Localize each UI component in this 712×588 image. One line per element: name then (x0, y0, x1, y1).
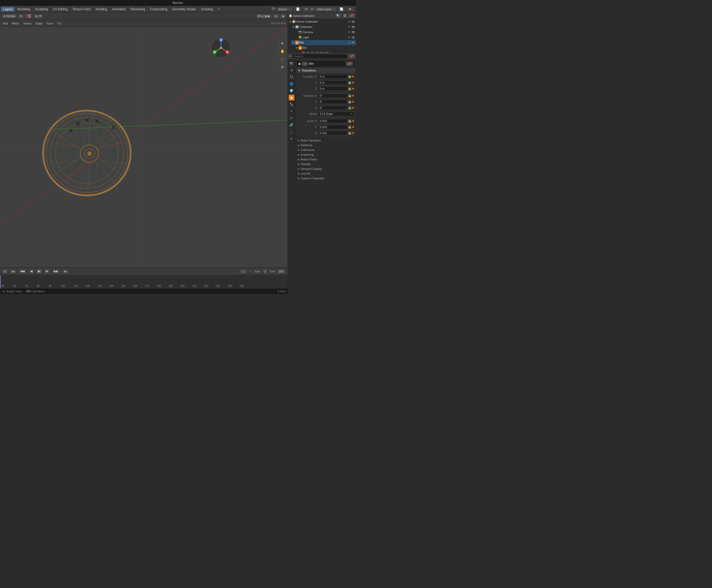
motion-paths-section[interactable]: ▶ Motion Paths (296, 157, 355, 162)
rotation-z-value[interactable]: 0° (318, 106, 348, 110)
props-pin-btn[interactable]: 📌 (349, 54, 355, 58)
visibility-toggle-collection[interactable]: 👁 (348, 25, 351, 29)
prop-object-icon[interactable]: ▣ (289, 94, 294, 101)
prop-modifier-icon[interactable]: 🔧 (289, 102, 294, 107)
collections-section[interactable]: ▶ Collections (296, 148, 355, 152)
scale-y-value[interactable]: 0.010 (318, 125, 348, 129)
pivot-btn[interactable]: ⊙ (18, 14, 24, 18)
scale-y-lock[interactable]: 🔒 (348, 126, 352, 129)
grid-tool-btn[interactable]: ⊞ (279, 64, 285, 70)
tool-uv[interactable]: UV (56, 21, 62, 25)
proportional-btn[interactable]: ◎ ▼ (34, 14, 43, 18)
timeline-scrubber[interactable]: 50 60 70 80 90 100 110 120 130 140 150 1… (0, 275, 288, 289)
location-y-value[interactable]: 0 m (318, 81, 348, 85)
tool-add[interactable]: Add (2, 21, 9, 25)
menu-shading[interactable]: Shading (94, 7, 109, 12)
location-z-lock[interactable]: 🔒 (348, 87, 352, 90)
prop-material-icon[interactable]: ● (289, 136, 294, 142)
outliner-pin-btn[interactable]: 📌 (349, 14, 355, 18)
prop-world-icon[interactable]: 🌍 (289, 88, 294, 93)
outliner-item-camera[interactable]: ▼ 📷 Camera 👁 📷 (294, 29, 356, 35)
location-x-lock[interactable]: 🔒 (348, 75, 352, 78)
tool-mesh[interactable]: Mesh (11, 21, 20, 25)
view-perspective-btn[interactable]: ⊙ Global (2, 14, 17, 18)
menu-add-workspace[interactable]: + (216, 7, 222, 12)
visibility-toggle-rh[interactable]: 👁 (348, 41, 351, 44)
prop-scene-icon[interactable]: 🌐 (289, 81, 294, 87)
overlay-btn[interactable]: ◎ (273, 14, 279, 18)
prop-viewlayer-icon[interactable]: 🎞 (289, 74, 294, 80)
menu-geometry-nodes[interactable]: Geometry Nodes (170, 7, 198, 12)
outliner-item-hp3d[interactable]: ▼ ● HP 3D HR CB PA 1: (297, 50, 356, 53)
transform-header[interactable]: ▼ Transform (296, 68, 355, 73)
scale-x-value[interactable]: 0.010 (318, 119, 348, 123)
instancing-section[interactable]: ▶ Instancing (296, 152, 355, 157)
play-btn[interactable]: ▶ (36, 269, 42, 273)
delete-scene-btn[interactable]: ✕ (303, 7, 309, 11)
next-keyframe-btn[interactable]: ▶ (44, 269, 50, 273)
prop-render-icon[interactable]: 📷 (289, 61, 294, 66)
last-frame-btn[interactable]: ⏭ (62, 269, 69, 273)
menu-animation[interactable]: Animation (110, 7, 128, 12)
camera-tool-btn[interactable]: 🎥 (279, 56, 285, 62)
location-x-value[interactable]: 0 m (318, 75, 348, 79)
current-frame-display[interactable]: 1 (240, 269, 247, 273)
first-frame-btn[interactable]: ⏮ (10, 269, 16, 273)
next-frame-btn[interactable]: ▶▶ (52, 269, 60, 273)
rotation-y-value[interactable]: 0° (318, 100, 348, 104)
menu-modeling[interactable]: Modeling (15, 7, 33, 12)
obj-name-pin[interactable]: 📌 (346, 62, 353, 66)
scene-selector[interactable]: Scene (277, 7, 292, 11)
prop-physics-icon[interactable]: ⚙ (289, 115, 294, 121)
visibility-section[interactable]: ▶ Visibility (296, 162, 355, 166)
viewport-display-section[interactable]: ▶ Viewport Display (296, 166, 355, 171)
location-z-value[interactable]: 0 m (318, 86, 348, 91)
prev-keyframe-btn[interactable]: ◀ (28, 269, 34, 273)
scale-z-lock[interactable]: 🔒 (348, 132, 352, 135)
viewport-shading-btn[interactable]: ⦿◎◑◉ (256, 14, 272, 18)
view-layer-selector[interactable]: View Layer (315, 7, 336, 11)
prop-output-icon[interactable]: 🖥 (289, 67, 294, 73)
prop-constraints-icon[interactable]: 🔗 (289, 122, 294, 128)
outliner-item-rh-child[interactable]: ▼ ▣ RH (294, 45, 356, 50)
visibility-toggle-camera[interactable]: 👁 (348, 30, 351, 34)
rotation-mode-dropdown[interactable]: XYZ Euler ▼ (318, 112, 354, 116)
render-toggle-scene[interactable]: 📷 (351, 20, 355, 23)
filter-view-btn[interactable]: ▼ (347, 7, 353, 11)
menu-uv-editing[interactable]: UV Editing (50, 7, 70, 12)
tool-vertex[interactable]: Vertex (22, 21, 33, 25)
menu-scripting[interactable]: Scripting (199, 7, 215, 12)
rotation-z-lock[interactable]: 🔒 (348, 106, 352, 109)
render-toggle-camera[interactable]: 📷 (351, 30, 355, 34)
props-search-input[interactable] (292, 54, 348, 59)
tool-face[interactable]: Face (45, 21, 54, 25)
render-toggle-light[interactable]: 📷 (351, 36, 355, 39)
new-view-layer-btn[interactable]: 📄 (338, 7, 345, 11)
outliner-item-rh[interactable]: ▼ ▣ RH 👁 📷 (291, 40, 356, 45)
playhead[interactable] (0, 275, 1, 289)
snap-btn[interactable]: 🧲 (25, 14, 33, 18)
render-toggle-rh[interactable]: 📷 (351, 41, 355, 44)
outliner-item-light[interactable]: ▼ 💡 Light 👁 📷 (294, 35, 356, 40)
line-art-section[interactable]: ▶ Line Art (296, 171, 355, 176)
menu-rendering[interactable]: Rendering (128, 7, 147, 12)
menu-layout[interactable]: Layout (1, 7, 15, 12)
end-frame-input[interactable]: 250 (277, 269, 285, 273)
new-scene-btn[interactable]: 📄 (294, 7, 302, 11)
prev-frame-btn[interactable]: ◀◀ (18, 269, 26, 273)
outliner-item-collection[interactable]: ▼ 📁 Collection 👁 📷 (291, 24, 356, 29)
render-toggle-collection[interactable]: 📷 (351, 25, 355, 29)
prop-data-icon[interactable]: △ (289, 129, 294, 135)
canvas-area[interactable]: Z X Y ⊕ ✋ 🎥 ⊞ (0, 27, 288, 267)
outliner-filter-btn[interactable]: ☰ (342, 14, 348, 18)
rotation-x-value[interactable]: 0° (318, 93, 348, 98)
rotation-x-lock[interactable]: 🔒 (348, 94, 352, 97)
visibility-toggle-light[interactable]: 👁 (348, 36, 351, 39)
custom-properties-section[interactable]: ▶ Custom Properties (296, 176, 355, 181)
keyframe-indicator[interactable]: ⬥ (2, 269, 8, 273)
start-frame-input[interactable]: 1 (262, 269, 268, 273)
visibility-toggle-scene[interactable]: 👁 (348, 20, 351, 23)
menu-sculpting[interactable]: Sculpting (33, 7, 50, 12)
outliner-search-btn[interactable]: 🔍 (335, 14, 341, 18)
move-tool-btn[interactable]: ✋ (279, 48, 285, 54)
